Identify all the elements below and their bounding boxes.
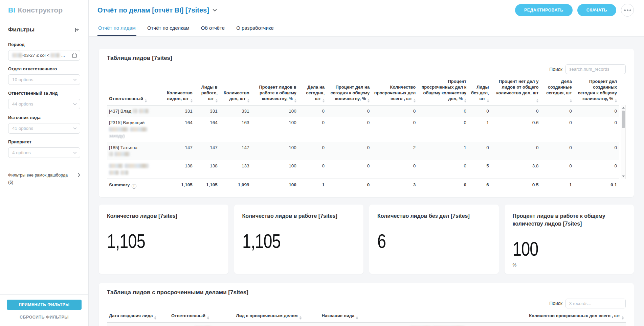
department-select-value: 10 options — [12, 77, 33, 82]
table-cell: 0 — [298, 105, 327, 117]
sort-icon[interactable] — [570, 99, 572, 102]
column-header[interactable]: Количество лидов, шт — [159, 77, 194, 105]
scrollbar-thumb[interactable] — [622, 111, 625, 128]
period-value: -03-27 ≤ col < ... — [12, 53, 65, 58]
sort-icon[interactable] — [368, 99, 370, 102]
tab-deals-report[interactable]: Отчёт по сделкам — [147, 20, 190, 36]
leads-table-search-input[interactable] — [565, 64, 626, 74]
sort-icon[interactable] — [154, 316, 156, 320]
filter-responsible-label: Ответственный за лид — [8, 91, 80, 96]
tab-about-developer[interactable]: О разработчике — [236, 20, 274, 36]
lead-source-select-value: 41 options — [12, 126, 33, 131]
sort-icon[interactable] — [622, 316, 624, 320]
extra-filters-toggle[interactable]: Фильтры вне рамок дашборда (6) — [8, 172, 80, 186]
column-header[interactable]: Ответственный — [169, 312, 234, 323]
column-header[interactable]: Процент лидов в работе к общему количест… — [251, 77, 298, 105]
summary-cell: 0.1 — [574, 179, 619, 192]
scroll-up-icon[interactable] — [622, 107, 625, 109]
column-header[interactable]: Лид с просроченным делом — [234, 312, 320, 323]
extra-filters-count: (6) — [8, 180, 13, 185]
sort-icon[interactable] — [487, 99, 489, 102]
edit-button[interactable]: РЕДАКТИРОВАТЬ — [515, 4, 573, 16]
column-header[interactable]: Процент просроченных дел к общему количе… — [418, 77, 468, 105]
chevron-down-icon — [73, 103, 77, 105]
table-cell: 0 — [540, 142, 574, 160]
sort-icon[interactable] — [299, 316, 302, 320]
download-button[interactable]: СКАЧАТЬ — [577, 4, 616, 16]
lead-source-select[interactable]: 41 options — [8, 123, 80, 134]
column-header[interactable]: Название лида — [320, 312, 522, 323]
filter-lead-source: Источник лида 41 options — [8, 115, 80, 134]
sort-icon[interactable] — [615, 99, 617, 102]
logo-bi: BI — [8, 6, 15, 14]
calendar-icon[interactable] — [72, 53, 77, 58]
sort-icon[interactable] — [145, 99, 147, 102]
info-icon[interactable]: i — [132, 184, 136, 189]
column-header[interactable]: Дела на сегодня, шт — [298, 77, 327, 105]
sort-icon[interactable] — [414, 99, 416, 102]
kpi-leads-count: Количество лидов [7sites] 1,105 — [99, 205, 228, 274]
column-header[interactable]: Количество просроченных дел всего , шт — [522, 312, 626, 323]
reset-filters-button[interactable]: СБРОСИТЬ ФИЛЬТРЫ — [20, 315, 69, 320]
tab-leads-report[interactable]: Отчёт по лидам — [97, 20, 136, 36]
table-cell: 0 — [418, 105, 468, 117]
sort-icon[interactable] — [247, 99, 249, 102]
report-tabs: Отчёт по лидам Отчёт по сделкам Об отчёт… — [89, 20, 644, 37]
table-cell: 0 — [574, 105, 619, 117]
column-header[interactable]: Дата создания лида — [107, 312, 169, 323]
summary-label: Summaryi — [107, 179, 159, 192]
ellipsis-icon[interactable] — [621, 4, 634, 17]
sort-icon[interactable] — [464, 99, 466, 102]
column-header[interactable]: Процент дел созданных сегодня к общему к… — [574, 77, 619, 105]
search-label: Поиск — [549, 301, 562, 306]
column-header[interactable]: Процент дел на сегодня к общему количест… — [327, 77, 372, 105]
period-date-input[interactable]: -03-27 ≤ col < ... — [8, 50, 80, 61]
lead-name-cell: Акт сверки взаиморасчетов за 9 месяцев — [320, 322, 522, 326]
kpi-title: Количество лидов в работе [7sites] — [242, 212, 356, 220]
column-header[interactable]: Процент нет дел у лидов от общего количе… — [491, 77, 541, 105]
table-scrollbar[interactable] — [621, 105, 626, 179]
summary-cell: 0 — [327, 179, 372, 192]
column-header[interactable]: Лиды без дел, шт — [468, 77, 491, 105]
sort-icon[interactable] — [356, 316, 358, 320]
apply-filters-button[interactable]: ПРИМЕНИТЬ ФИЛЬТРЫ — [7, 300, 82, 310]
filters-title: Фильтры — [8, 26, 35, 33]
collapse-left-icon[interactable] — [74, 27, 80, 32]
main-area: Отчёт по делам [отчёт BI] [7sites] РЕДАК… — [89, 0, 644, 326]
priority-select-value: 4 options — [12, 150, 31, 155]
column-header[interactable]: Дела созданные сегодня, шт — [540, 77, 574, 105]
sort-icon[interactable] — [207, 316, 209, 320]
summary-cell: 1 — [298, 179, 327, 192]
table-cell: 0 — [468, 105, 491, 117]
department-select[interactable]: 10 options — [8, 74, 80, 85]
overdue-table-search-input[interactable] — [565, 299, 626, 308]
chevron-down-icon — [73, 127, 77, 130]
redacted-text — [120, 170, 129, 175]
table-row: 138138133100000053.800 — [107, 160, 619, 179]
responsible-cell: [185] Татьяна — [107, 142, 159, 160]
sort-icon[interactable] — [536, 99, 538, 102]
summary-cell: 1,105 — [195, 179, 220, 192]
column-header[interactable]: Количество просроченных дел всего , шт — [372, 77, 418, 105]
table-cell: 138 — [195, 160, 220, 179]
sort-icon[interactable] — [191, 99, 193, 102]
scroll-down-icon[interactable] — [622, 176, 625, 177]
sort-icon[interactable] — [323, 99, 325, 102]
tab-about-report[interactable]: Об отчёте — [200, 20, 226, 36]
column-header[interactable]: Лиды в работе, шт — [195, 77, 220, 105]
column-header[interactable]: Ответственный — [107, 77, 159, 105]
table-cell: 0 — [327, 117, 372, 142]
column-header[interactable]: Количество дел, шт — [220, 77, 251, 105]
sort-icon[interactable] — [216, 99, 218, 102]
responsible-select[interactable]: 44 options — [8, 99, 80, 109]
overdue-table-card: Таблица лидов с просроченными делами [7s… — [99, 283, 634, 326]
sort-icon[interactable] — [294, 99, 296, 102]
table-cell: 3.8 — [491, 160, 541, 179]
redacted-text — [114, 152, 130, 156]
summary-cell: 3 — [372, 179, 418, 192]
summary-cell: 1,099 — [220, 179, 251, 192]
table-row: 2024-10-07[887] Анна 19749Акт сверки вза… — [107, 322, 626, 326]
report-title-dropdown[interactable]: Отчёт по делам [отчёт BI] [7sites] — [97, 6, 217, 14]
priority-select[interactable]: 4 options — [8, 147, 80, 158]
filter-priority-label: Приоритет — [8, 139, 80, 144]
